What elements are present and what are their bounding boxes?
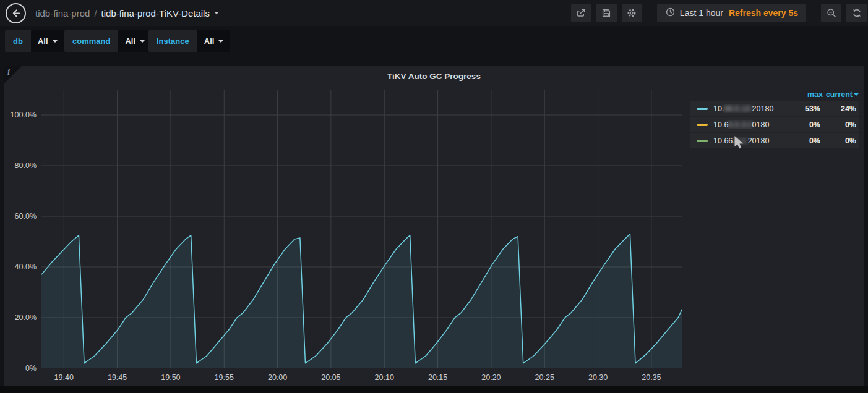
variable-command-label: command	[64, 30, 118, 52]
y-axis-tick-label: 20.0%	[4, 313, 37, 322]
mouse-cursor	[734, 136, 745, 152]
x-axis-tick-label: 20:15	[428, 373, 447, 382]
dashboard-variables-row: db All command All Instance All	[0, 30, 868, 52]
chevron-down-icon[interactable]	[214, 12, 219, 14]
x-axis-tick-label: 20:30	[588, 373, 608, 382]
panel-title[interactable]: TiKV Auto GC Progress	[4, 72, 864, 81]
share-button[interactable]	[571, 4, 591, 22]
x-axis-tick-label: 20:20	[481, 373, 501, 382]
variable-instance[interactable]: Instance All	[148, 30, 230, 52]
series-current-value: 0%	[820, 120, 856, 129]
y-axis-tick-label: 80.0%	[4, 161, 37, 170]
chevron-down-icon	[218, 40, 223, 43]
legend: max current 10.66.5.13:2018053%24%10.66.…	[690, 89, 859, 148]
save-button[interactable]	[596, 4, 617, 22]
dashboard-title[interactable]: tidb-fina-prod-TiKV-Details	[101, 8, 210, 19]
chevron-down-icon	[53, 40, 58, 43]
variable-db-label: db	[5, 30, 31, 52]
variable-instance-value[interactable]: All	[197, 30, 231, 52]
series-current-value: 24%	[820, 104, 856, 113]
share-icon	[575, 7, 587, 19]
legend-row[interactable]: 10.66.5.1:201800%0%	[690, 133, 859, 148]
sort-caret-icon	[854, 93, 859, 96]
settings-button[interactable]	[622, 4, 642, 22]
chart-plot-area[interactable]	[41, 90, 682, 368]
legend-sort-current[interactable]: current	[823, 90, 859, 99]
legend-row[interactable]: 10.66.5.13:2018053%24%	[690, 101, 859, 116]
x-axis-tick-label: 20:10	[375, 373, 394, 382]
breadcrumb: tidb-fina-prod / tidb-fina-prod-TiKV-Det…	[35, 8, 219, 19]
breadcrumb-folder[interactable]: tidb-fina-prod	[35, 8, 90, 19]
refresh-button[interactable]	[846, 4, 867, 22]
x-axis-tick-label: 20:05	[321, 373, 340, 382]
breadcrumb-separator: /	[94, 8, 97, 19]
x-axis-tick-label: 19:50	[161, 373, 180, 382]
x-axis-tick-label: 20:25	[535, 373, 554, 382]
x-axis-tick-label: 20:00	[268, 373, 287, 382]
series-label[interactable]: 10.66.5.13:20180	[713, 104, 783, 113]
series-label[interactable]: 10.66.5.1:20180	[713, 137, 783, 145]
series-color-swatch-icon	[697, 108, 708, 110]
series-max-value: 0%	[783, 137, 820, 145]
x-axis-tick-label: 20:35	[642, 373, 661, 382]
gear-icon	[626, 7, 637, 19]
zoom-out-button[interactable]	[821, 4, 841, 22]
legend-sort-max[interactable]: max	[786, 90, 823, 99]
y-axis-tick-label: 40.0%	[4, 263, 37, 271]
page-bottom-margin	[0, 386, 868, 393]
top-navbar: tidb-fina-prod / tidb-fina-prod-TiKV-Det…	[0, 0, 868, 26]
variable-command-value[interactable]: All	[118, 30, 152, 52]
series-current-value: 0%	[820, 137, 856, 145]
refresh-icon	[851, 7, 862, 19]
x-axis-tick-label: 19:55	[215, 373, 234, 382]
x-axis-tick-label: 19:45	[108, 373, 127, 382]
series-max-value: 0%	[783, 120, 820, 129]
legend-header: max current	[690, 89, 859, 100]
time-range-label: Last 1 hour	[680, 8, 723, 18]
variable-db-value[interactable]: All	[31, 30, 64, 52]
chevron-down-icon	[140, 40, 145, 43]
time-range-picker[interactable]: Last 1 hour Refresh every 5s	[657, 4, 806, 22]
variable-instance-label: Instance	[148, 30, 197, 52]
variable-db[interactable]: db All	[5, 30, 64, 52]
y-axis-tick-label: 0%	[4, 364, 37, 373]
series-max-value: 53%	[783, 104, 820, 113]
save-icon	[601, 7, 612, 19]
graph-panel: i TiKV Auto GC Progress max current 10.6…	[4, 66, 864, 386]
y-axis-tick-label: 100.0%	[4, 111, 37, 119]
clock-icon	[665, 7, 676, 20]
series-color-swatch-icon	[697, 124, 708, 126]
chart-canvas[interactable]	[41, 90, 682, 368]
back-arrow-icon	[10, 7, 22, 19]
variable-command[interactable]: command All	[64, 30, 152, 52]
series-label[interactable]: 10.66.5.3:20180	[713, 120, 783, 129]
zoom-out-icon	[826, 7, 837, 19]
series-color-swatch-icon	[697, 140, 708, 142]
legend-row[interactable]: 10.66.5.3:201800%0%	[690, 117, 859, 132]
x-axis-tick-label: 19:40	[54, 373, 74, 382]
back-button[interactable]	[6, 3, 26, 23]
y-axis-tick-label: 60.0%	[4, 212, 37, 221]
navbar-actions: Last 1 hour Refresh every 5s	[571, 4, 867, 22]
redacted-text: 6.5.3:2	[728, 120, 752, 129]
redacted-text: 66.5.13:	[724, 104, 752, 113]
refresh-interval-label: Refresh every 5s	[729, 8, 798, 18]
